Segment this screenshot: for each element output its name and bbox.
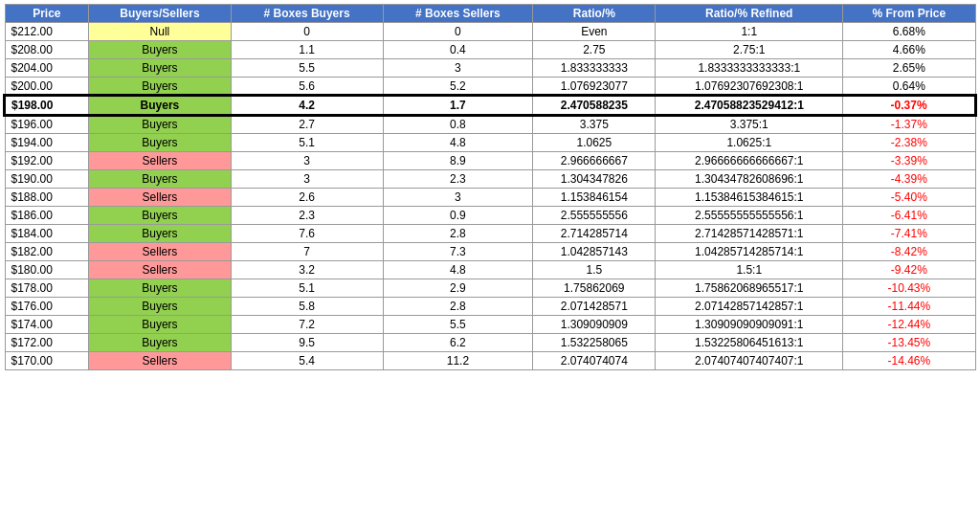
cell-buyers-sellers: Buyers: [89, 316, 232, 334]
cell-ratio: 1.153846154: [533, 189, 656, 207]
cell-box-buyers: 3: [231, 152, 383, 170]
cell-ratio: 1.833333333: [533, 59, 656, 78]
cell-box-buyers: 3: [231, 170, 383, 189]
cell-pct-from-price: -13.45%: [843, 334, 975, 352]
cell-box-buyers: 0: [231, 23, 383, 41]
cell-box-sellers: 3: [383, 189, 533, 207]
cell-buyers-sellers: Buyers: [89, 170, 232, 189]
cell-ratio: 1.076923077: [533, 78, 656, 97]
cell-ratio: 1.042857143: [533, 243, 656, 261]
cell-box-buyers: 5.6: [231, 78, 383, 97]
cell-buyers-sellers: Null: [89, 23, 232, 41]
cell-price: $180.00: [5, 261, 89, 279]
cell-ratio: 2.966666667: [533, 152, 656, 170]
cell-pct-from-price: -7.41%: [843, 225, 975, 243]
cell-box-sellers: 5.2: [383, 78, 533, 97]
cell-pct-from-price: -12.44%: [843, 316, 975, 334]
header-ratio: Ratio/%: [533, 5, 656, 23]
cell-buyers-sellers: Buyers: [89, 225, 232, 243]
cell-ratio-refined: 1.30434782608696:1: [656, 170, 843, 189]
cell-buyers-sellers: Buyers: [89, 59, 232, 78]
cell-ratio-refined: 1.5:1: [656, 261, 843, 279]
cell-ratio-refined: 1.07692307692308:1: [656, 78, 843, 97]
cell-ratio-refined: 2.71428571428571:1: [656, 225, 843, 243]
cell-box-buyers: 7.2: [231, 316, 383, 334]
cell-pct-from-price: 0.64%: [843, 78, 975, 97]
cell-buyers-sellers: Buyers: [89, 207, 232, 225]
cell-box-buyers: 5.1: [231, 279, 383, 298]
cell-box-buyers: 7.6: [231, 225, 383, 243]
cell-buyers-sellers: Sellers: [89, 152, 232, 170]
cell-box-sellers: 4.8: [383, 134, 533, 152]
cell-pct-from-price: -10.43%: [843, 279, 975, 298]
cell-box-sellers: 2.8: [383, 225, 533, 243]
cell-box-sellers: 1.7: [383, 96, 533, 115]
cell-buyers-sellers: Sellers: [89, 352, 232, 370]
cell-ratio: Even: [533, 23, 656, 41]
cell-ratio-refined: 1.15384615384615:1: [656, 189, 843, 207]
cell-price: $190.00: [5, 170, 89, 189]
cell-box-sellers: 3: [383, 59, 533, 78]
cell-ratio: 2.714285714: [533, 225, 656, 243]
cell-price: $178.00: [5, 279, 89, 298]
cell-box-buyers: 1.1: [231, 41, 383, 59]
header-boxes-buyers: # Boxes Buyers: [231, 5, 383, 23]
header-buyers-sellers: Buyers/Sellers: [89, 5, 232, 23]
cell-buyers-sellers: Buyers: [89, 134, 232, 152]
cell-box-sellers: 0.4: [383, 41, 533, 59]
cell-box-buyers: 3.2: [231, 261, 383, 279]
cell-ratio-refined: 2.47058823529412:1: [656, 96, 843, 115]
cell-ratio: 2.074074074: [533, 352, 656, 370]
cell-ratio-refined: 3.375:1: [656, 115, 843, 134]
cell-pct-from-price: 6.68%: [843, 23, 975, 41]
cell-box-buyers: 5.5: [231, 59, 383, 78]
cell-ratio-refined: 1.8333333333333:1: [656, 59, 843, 78]
cell-box-sellers: 11.2: [383, 352, 533, 370]
cell-pct-from-price: -1.37%: [843, 115, 975, 134]
cell-pct-from-price: -9.42%: [843, 261, 975, 279]
cell-pct-from-price: -3.39%: [843, 152, 975, 170]
cell-box-buyers: 9.5: [231, 334, 383, 352]
cell-buyers-sellers: Buyers: [89, 41, 232, 59]
cell-ratio: 2.071428571: [533, 298, 656, 316]
cell-ratio: 1.309090909: [533, 316, 656, 334]
cell-ratio-refined: 1.0625:1: [656, 134, 843, 152]
cell-buyers-sellers: Buyers: [89, 78, 232, 97]
cell-ratio: 1.75862069: [533, 279, 656, 298]
cell-price: $184.00: [5, 225, 89, 243]
cell-price: $194.00: [5, 134, 89, 152]
cell-ratio-refined: 2.96666666666667:1: [656, 152, 843, 170]
cell-ratio-refined: 2.07407407407407:1: [656, 352, 843, 370]
cell-box-buyers: 2.6: [231, 189, 383, 207]
cell-box-sellers: 8.9: [383, 152, 533, 170]
cell-buyers-sellers: Sellers: [89, 261, 232, 279]
cell-ratio-refined: 1.30909090909091:1: [656, 316, 843, 334]
cell-price: $212.00: [5, 23, 89, 41]
cell-box-buyers: 4.2: [231, 96, 383, 115]
cell-pct-from-price: -14.46%: [843, 352, 975, 370]
cell-ratio: 1.0625: [533, 134, 656, 152]
header-ratio-refined: Ratio/% Refined: [656, 5, 843, 23]
cell-box-sellers: 4.8: [383, 261, 533, 279]
cell-ratio-refined: 1:1: [656, 23, 843, 41]
cell-price: $186.00: [5, 207, 89, 225]
header-boxes-sellers: # Boxes Sellers: [383, 5, 533, 23]
cell-buyers-sellers: Buyers: [89, 279, 232, 298]
cell-box-sellers: 2.9: [383, 279, 533, 298]
cell-buyers-sellers: Sellers: [89, 189, 232, 207]
cell-ratio: 1.5: [533, 261, 656, 279]
cell-price: $170.00: [5, 352, 89, 370]
cell-box-sellers: 2.8: [383, 298, 533, 316]
cell-pct-from-price: -0.37%: [843, 96, 975, 115]
cell-pct-from-price: -4.39%: [843, 170, 975, 189]
cell-price: $188.00: [5, 189, 89, 207]
cell-pct-from-price: -8.42%: [843, 243, 975, 261]
header-pct-from-price: % From Price: [843, 5, 975, 23]
cell-ratio: 1.304347826: [533, 170, 656, 189]
cell-ratio-refined: 1.04285714285714:1: [656, 243, 843, 261]
cell-ratio-refined: 1.53225806451613:1: [656, 334, 843, 352]
cell-pct-from-price: 4.66%: [843, 41, 975, 59]
cell-box-buyers: 7: [231, 243, 383, 261]
cell-pct-from-price: 2.65%: [843, 59, 975, 78]
cell-box-buyers: 5.8: [231, 298, 383, 316]
